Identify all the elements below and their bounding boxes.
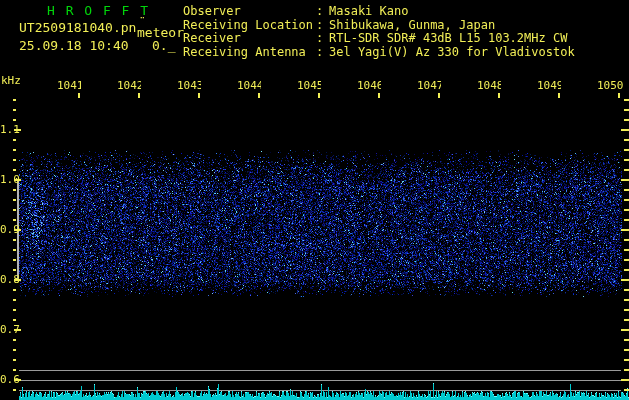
app-title: H R O F F T [47,4,150,18]
freq-minor-tick-right [624,269,629,271]
info-value: Masaki Kano [329,5,408,19]
time-label-1049: 1049 [537,80,561,92]
freq-minor-tick-right [624,339,629,341]
freq-minor-tick-right [624,369,629,371]
info-value: 3el Yagi(V) Az 330 for Vladivostok [329,46,575,60]
khz-unit-label: kHz [1,75,21,86]
freq-minor-tick-left [13,299,16,301]
freq-minor-tick-left [13,149,16,151]
freq-major-tick-right [621,329,629,331]
time-label-1048: 1048 [477,80,501,92]
freq-minor-tick-right [624,209,629,211]
freq-minor-tick-left [13,289,16,291]
freq-minor-tick-left [13,219,16,221]
freq-minor-tick-right [624,289,629,291]
time-tick [78,93,80,98]
freq-major-tick-left [14,229,21,231]
freq-minor-tick-left [13,309,16,311]
freq-minor-tick-right [624,149,629,151]
freq-minor-tick-right [624,99,629,101]
time-label-1045: 1045 [297,80,321,92]
freq-minor-tick-left [13,189,16,191]
info-row-0: Observer:Masaki Kano [183,5,575,19]
time-label-1043: 1043 [177,80,201,92]
time-tick [378,93,380,98]
freq-minor-tick-left [13,99,16,101]
freq-minor-tick-left [13,169,16,171]
info-row-3: Receiving Antenna:3el Yagi(V) Az 330 for… [183,46,575,60]
freq-major-tick-left [14,179,21,181]
time-label-1047: 1047 [417,80,441,92]
time-label-1044: 1044 [237,80,261,92]
time-tick [618,93,620,98]
echo-counter: 0._ [152,39,175,52]
time-tick [138,93,140,98]
freq-minor-tick-right [624,259,629,261]
freq-major-tick-left [14,279,21,281]
info-value: Shibukawa, Gunma, Japan [329,19,495,33]
datetime-label: 25.09.18 10:40 [19,39,129,52]
freq-minor-tick-left [13,159,16,161]
freq-minor-tick-right [624,119,629,121]
freq-major-tick-right [621,129,629,131]
freq-minor-tick-right [624,239,629,241]
freq-minor-tick-right [624,199,629,201]
freq-minor-tick-right [624,249,629,251]
info-label: Receiver [183,32,316,46]
freq-minor-tick-left [13,249,16,251]
freq-minor-tick-right [624,389,629,391]
info-value: RTL-SDR SDR# 43dB L15 103.2MHz CW [329,32,567,46]
freq-minor-tick-right [624,359,629,361]
time-label-1050: 1050 [597,80,625,92]
freq-minor-tick-left [13,209,16,211]
freq-major-tick-left [14,329,21,331]
freq-minor-tick-left [13,349,16,351]
freq-minor-tick-left [13,239,16,241]
freq-minor-tick-right [624,349,629,351]
freq-minor-tick-left [13,369,16,371]
freq-major-tick-right [621,229,629,231]
freq-minor-tick-left [13,119,16,121]
freq-minor-tick-right [624,189,629,191]
freq-minor-tick-right [624,159,629,161]
time-tick [558,93,560,98]
freq-minor-tick-left [13,199,16,201]
info-separator: : [316,32,329,46]
filename-label: UT2509181040.pn [19,21,136,34]
time-tick [498,93,500,98]
freq-major-tick-right [621,379,629,381]
info-separator: : [316,46,329,60]
freq-minor-tick-left [13,359,16,361]
spectrogram-canvas [0,0,629,400]
freq-major-tick-right [621,179,629,181]
info-label: Observer [183,5,316,19]
hrofft-screen: H R O F F T UT2509181040.pn ¨ meteor 25.… [0,0,629,400]
freq-minor-tick-right [624,309,629,311]
freq-minor-tick-right [624,219,629,221]
time-tick [198,93,200,98]
freq-minor-tick-left [13,269,16,271]
freq-minor-tick-right [624,139,629,141]
time-label-1042: 1042 [117,80,141,92]
info-separator: : [316,5,329,19]
freq-minor-tick-left [13,139,16,141]
freq-major-tick-left [14,379,21,381]
time-tick [318,93,320,98]
freq-major-tick-right [621,279,629,281]
freq-minor-tick-left [13,319,16,321]
freq-major-tick-left [14,129,21,131]
freq-minor-tick-right [624,109,629,111]
freq-minor-tick-left [13,339,16,341]
time-tick [258,93,260,98]
freq-minor-tick-right [624,299,629,301]
time-label-1041: 1041 [57,80,81,92]
info-label: Receiving Location [183,19,316,33]
info-row-1: Receiving Location:Shibukawa, Gunma, Jap… [183,19,575,33]
observer-info-block: Observer:Masaki KanoReceiving Location:S… [183,5,575,59]
freq-minor-tick-left [13,259,16,261]
time-tick [438,93,440,98]
freq-minor-tick-right [624,169,629,171]
info-label: Receiving Antenna [183,46,316,60]
freq-minor-tick-right [624,319,629,321]
info-separator: : [316,19,329,33]
